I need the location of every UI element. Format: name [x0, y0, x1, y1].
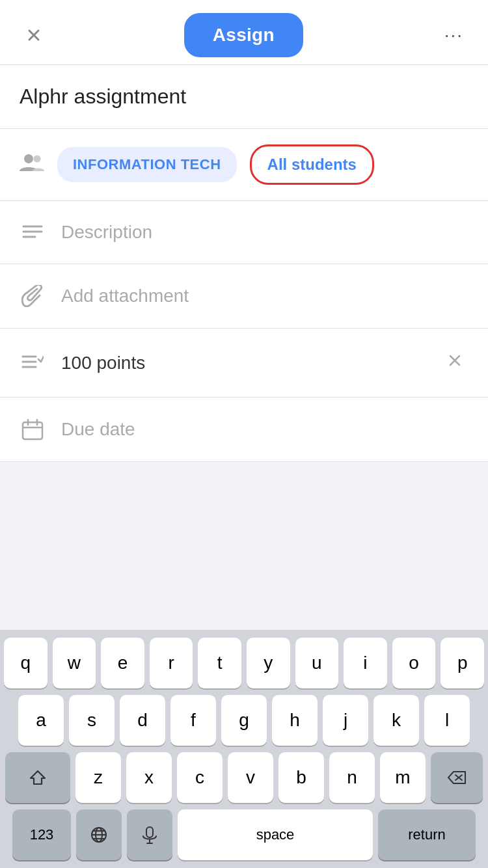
keyboard-row-1: q w e r t y u i o p: [4, 638, 484, 688]
key-h[interactable]: h: [272, 695, 318, 746]
duedate-row[interactable]: Due date: [0, 398, 488, 462]
attachment-icon: [20, 285, 46, 307]
key-f[interactable]: f: [170, 695, 216, 746]
mic-key[interactable]: [127, 809, 172, 860]
key-p[interactable]: p: [441, 638, 484, 688]
keyboard-row-3: z x c v b n m: [4, 752, 484, 803]
description-row[interactable]: Description: [0, 201, 488, 264]
key-q[interactable]: q: [4, 638, 47, 688]
svg-point-3: [34, 156, 41, 163]
students-row: INFORMATION TECH All students: [0, 129, 488, 201]
top-bar: Assign ···: [0, 0, 488, 65]
key-j[interactable]: j: [323, 695, 368, 746]
svg-rect-24: [146, 827, 153, 837]
assign-button[interactable]: Assign: [184, 13, 303, 57]
key-w[interactable]: w: [53, 638, 96, 688]
key-l[interactable]: l: [424, 695, 470, 746]
svg-point-2: [24, 154, 33, 163]
key-k[interactable]: k: [373, 695, 419, 746]
points-icon: [20, 353, 46, 373]
key-c[interactable]: c: [177, 752, 223, 803]
key-x[interactable]: x: [126, 752, 172, 803]
description-icon: [20, 223, 46, 241]
space-key[interactable]: space: [178, 809, 373, 860]
points-value: 100 points: [61, 353, 426, 373]
key-n[interactable]: n: [329, 752, 375, 803]
return-key[interactable]: return: [378, 809, 476, 860]
description-label: Description: [61, 222, 468, 243]
globe-key[interactable]: [76, 809, 122, 860]
key-b[interactable]: b: [278, 752, 324, 803]
attachment-row[interactable]: Add attachment: [0, 264, 488, 329]
key-r[interactable]: r: [150, 638, 193, 688]
keyboard-bottom-row: 123 space return: [4, 809, 484, 860]
key-e[interactable]: e: [101, 638, 144, 688]
backspace-key[interactable]: [431, 752, 483, 803]
key-y[interactable]: y: [247, 638, 290, 688]
key-i[interactable]: i: [344, 638, 387, 688]
key-d[interactable]: d: [120, 695, 165, 746]
key-o[interactable]: o: [392, 638, 436, 688]
numbers-key[interactable]: 123: [12, 809, 71, 860]
points-clear-button[interactable]: [441, 349, 468, 376]
points-row[interactable]: 100 points: [0, 329, 488, 398]
more-options-button[interactable]: ···: [439, 20, 468, 51]
key-m[interactable]: m: [380, 752, 426, 803]
key-g[interactable]: g: [221, 695, 267, 746]
keyboard: q w e r t y u i o p a s d f g h j k l: [0, 630, 488, 868]
key-v[interactable]: v: [228, 752, 273, 803]
key-a[interactable]: a: [18, 695, 64, 746]
close-button[interactable]: [20, 21, 48, 49]
all-students-chip[interactable]: All students: [250, 144, 374, 185]
svg-rect-12: [23, 422, 42, 439]
key-u[interactable]: u: [295, 638, 339, 688]
calendar-icon: [20, 418, 46, 441]
key-z[interactable]: z: [75, 752, 121, 803]
title-input[interactable]: [20, 85, 468, 109]
svg-marker-16: [31, 771, 45, 784]
attachment-label: Add attachment: [61, 286, 468, 306]
duedate-label: Due date: [61, 419, 468, 440]
keyboard-row-2: a s d f g h j k l: [4, 695, 484, 746]
title-section: [0, 65, 488, 129]
shift-key[interactable]: [5, 752, 70, 803]
students-icon: [20, 151, 44, 178]
key-t[interactable]: t: [198, 638, 241, 688]
class-chip[interactable]: INFORMATION TECH: [57, 147, 237, 182]
key-s[interactable]: s: [69, 695, 115, 746]
